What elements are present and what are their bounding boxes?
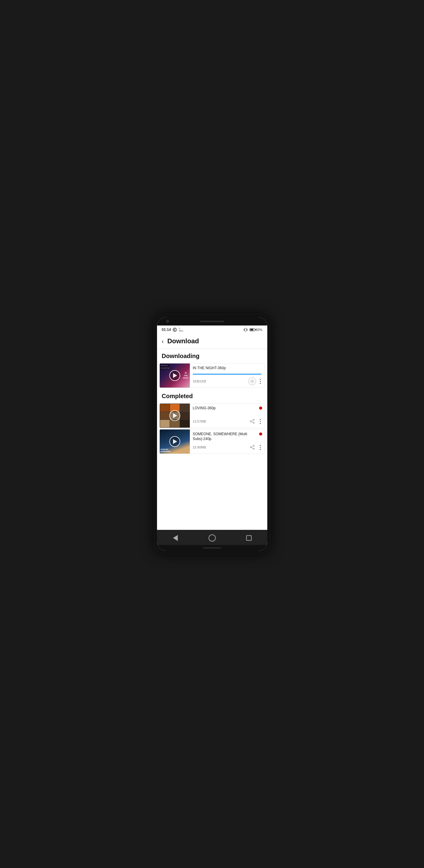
main-content: ‹ Download Downloading ANCHES ER FILM FE… bbox=[157, 334, 267, 530]
item-title-row-someone: SOMEONE, SOMEWHERE (Multi Subs)-240p bbox=[193, 432, 262, 441]
item-actions-in-the-night bbox=[248, 377, 262, 385]
nav-home-icon bbox=[209, 534, 216, 541]
network-speed: 0 KB/s bbox=[179, 327, 183, 332]
download-item-someone-somewhere: SOMEONE,SOMEWHERE SOMEONE, SOMEWHERE (Mu… bbox=[159, 429, 265, 454]
more-options-button-in-the-night[interactable] bbox=[259, 378, 262, 385]
item-info-someone-somewhere: SOMEONE, SOMEWHERE (Multi Subs)-240p 15.… bbox=[190, 430, 265, 454]
item-bottom-row-in-the-night: 1KB/1KB bbox=[193, 377, 262, 385]
nav-recents-button[interactable] bbox=[244, 533, 254, 543]
progress-bar-container bbox=[193, 374, 262, 375]
play-triangle-icon bbox=[173, 439, 177, 444]
item-size-someone-somewhere: 15.80MB bbox=[193, 445, 206, 449]
item-bottom-row-someone: 15.80MB bbox=[193, 443, 262, 451]
award-laurels: ANCHES ER FILM FESTIVAL bbox=[160, 365, 170, 370]
battery-indicator: 83% bbox=[249, 328, 262, 332]
status-right: 83% bbox=[243, 328, 262, 332]
item-title-row: IN THE NIGHT-360p bbox=[193, 366, 262, 371]
status-bar: 01:14 ◑ 0 KB/s bbox=[157, 326, 267, 334]
vibrate-icon bbox=[243, 328, 248, 332]
item-title-someone-somewhere: SOMEONE, SOMEWHERE (Multi Subs)-240p bbox=[193, 432, 258, 441]
play-button-in-the-night[interactable] bbox=[169, 370, 180, 381]
share-button-loving[interactable] bbox=[248, 417, 256, 425]
svg-rect-0 bbox=[245, 328, 246, 331]
page-title: Download bbox=[167, 337, 199, 345]
play-triangle-icon bbox=[173, 373, 177, 378]
more-dot-icon bbox=[260, 423, 261, 424]
nav-home-button[interactable] bbox=[207, 533, 217, 543]
svg-line-16 bbox=[251, 447, 253, 448]
completed-section-title: Completed bbox=[157, 389, 267, 402]
network-icon: ◑ bbox=[173, 328, 177, 332]
svg-point-7 bbox=[253, 420, 254, 421]
item-size-in-the-night: 1KB/1KB bbox=[193, 379, 206, 383]
thumbnail-loving[interactable] bbox=[160, 404, 190, 428]
svg-point-9 bbox=[253, 423, 254, 424]
more-options-button-someone-somewhere[interactable] bbox=[259, 444, 262, 451]
download-item-loving: LOVING-360p 13.57MB bbox=[159, 403, 265, 428]
phone-top-bar bbox=[157, 317, 267, 326]
more-dot-icon bbox=[260, 383, 261, 384]
svg-point-12 bbox=[253, 445, 254, 447]
item-actions-someone-somewhere bbox=[248, 443, 262, 451]
downloading-section-title: Downloading bbox=[157, 349, 267, 362]
more-options-button-loving[interactable] bbox=[259, 418, 262, 425]
item-title-in-the-night: IN THE NIGHT-360p bbox=[193, 366, 261, 371]
completed-section: Completed bbox=[157, 389, 267, 454]
download-item-in-the-night: ANCHES ER FILM FESTIVAL IN THE NIGHT-360… bbox=[159, 363, 265, 388]
new-indicator-someone bbox=[259, 433, 262, 435]
thumbnail-in-the-night[interactable]: ANCHES ER FILM FESTIVAL bbox=[160, 364, 190, 388]
svg-point-13 bbox=[250, 447, 251, 448]
item-info-in-the-night: IN THE NIGHT-360p 1KB/1KB bbox=[190, 364, 265, 388]
nav-back-icon bbox=[173, 535, 178, 541]
battery-icon bbox=[249, 328, 255, 331]
status-time: 01:14 bbox=[162, 328, 171, 332]
svg-line-11 bbox=[251, 422, 253, 423]
item-title-loving: LOVING-360p bbox=[193, 406, 258, 411]
more-dot-icon bbox=[260, 421, 261, 422]
share-icon bbox=[250, 445, 255, 450]
thumbnail-someone-somewhere[interactable]: SOMEONE,SOMEWHERE bbox=[160, 430, 190, 454]
share-button-someone-somewhere[interactable] bbox=[248, 443, 256, 451]
play-action-button[interactable] bbox=[248, 377, 256, 385]
item-size-loving: 13.57MB bbox=[193, 420, 206, 423]
svg-line-15 bbox=[251, 446, 253, 447]
phone-device: 01:14 ◑ 0 KB/s bbox=[153, 313, 271, 555]
item-title-row-loving: LOVING-360p bbox=[193, 406, 262, 411]
svg-point-8 bbox=[250, 421, 251, 422]
page-header: ‹ Download bbox=[157, 334, 267, 349]
status-left: 01:14 ◑ 0 KB/s bbox=[162, 327, 184, 332]
item-actions-loving bbox=[248, 417, 262, 425]
svg-point-14 bbox=[253, 448, 254, 450]
bottom-speaker bbox=[203, 547, 221, 549]
more-dot-icon bbox=[260, 381, 261, 382]
item-info-loving: LOVING-360p 13.57MB bbox=[190, 404, 265, 428]
play-icon bbox=[250, 379, 254, 383]
item-bottom-row-loving: 13.57MB bbox=[193, 417, 262, 425]
downloading-section: Downloading ANCHES ER FILM FESTIVAL bbox=[157, 349, 267, 388]
share-icon bbox=[250, 419, 255, 424]
phone-bottom-bar bbox=[157, 545, 267, 551]
play-button-loving[interactable] bbox=[169, 410, 180, 421]
earpiece-speaker bbox=[200, 321, 224, 322]
back-button[interactable]: ‹ bbox=[162, 338, 164, 344]
camera-icon bbox=[166, 320, 169, 323]
more-dot-icon bbox=[260, 445, 261, 446]
bottom-navigation bbox=[157, 530, 267, 545]
play-button-someone-somewhere[interactable] bbox=[169, 436, 180, 447]
new-indicator-loving bbox=[259, 407, 262, 410]
phone-screen: 01:14 ◑ 0 KB/s bbox=[157, 317, 267, 551]
svg-line-10 bbox=[251, 420, 253, 421]
play-triangle-icon bbox=[173, 413, 177, 418]
more-dot-icon bbox=[260, 447, 261, 448]
thumbnail-text: SOMEONE,SOMEWHERE bbox=[161, 448, 171, 453]
progress-bar-fill bbox=[193, 374, 262, 375]
nav-back-button[interactable] bbox=[170, 533, 181, 543]
more-dot-icon bbox=[260, 379, 261, 380]
more-dot-icon bbox=[260, 449, 261, 450]
battery-percent: 83% bbox=[255, 328, 262, 332]
svg-marker-6 bbox=[252, 381, 253, 382]
more-dot-icon bbox=[260, 419, 261, 420]
nav-recents-icon bbox=[246, 535, 252, 541]
